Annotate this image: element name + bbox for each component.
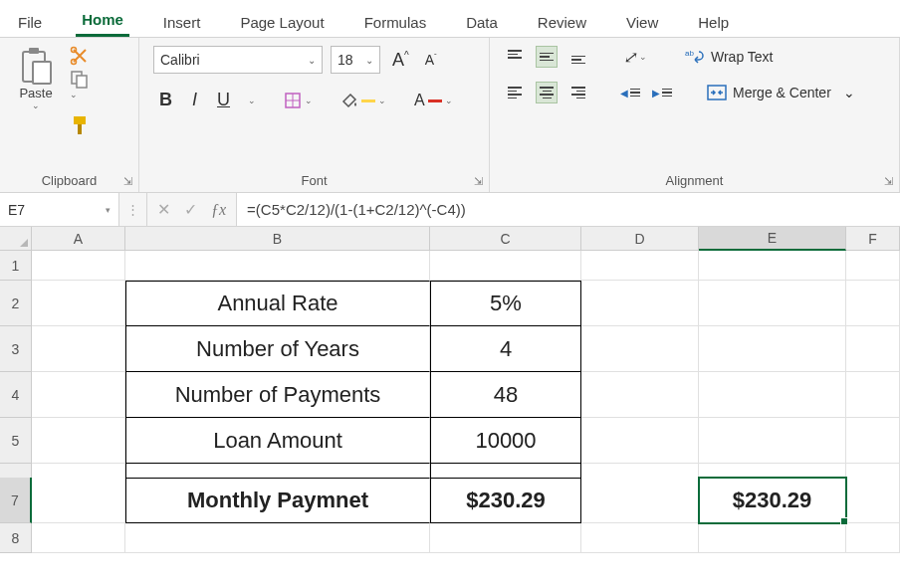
cell-f5[interactable] — [846, 418, 900, 464]
formula-input[interactable]: =(C5*C2/12)/(1-(1+C2/12)^(-C4)) — [237, 201, 900, 218]
cell-b3[interactable]: Number of Years — [125, 326, 430, 372]
row-header-6[interactable] — [0, 464, 32, 478]
font-size-combo[interactable]: 18 ⌄ — [331, 46, 380, 74]
insert-function-button[interactable]: ƒx — [211, 201, 226, 219]
decrease-indent-button[interactable]: ◀ — [619, 82, 641, 103]
name-box[interactable]: E7 ▾ — [0, 193, 119, 226]
cell-c4[interactable]: 48 — [430, 372, 581, 418]
accept-formula-button[interactable]: ✓ — [184, 200, 197, 219]
copy-button[interactable]: ⌄ — [70, 70, 102, 110]
cell-d7[interactable] — [581, 478, 699, 523]
menu-tab-home[interactable]: Home — [76, 11, 129, 37]
col-header-c[interactable]: C — [430, 227, 581, 251]
cell-f3[interactable] — [846, 326, 900, 372]
cell-b6[interactable] — [125, 464, 430, 478]
cell-c3[interactable]: 4 — [430, 326, 581, 372]
menu-tab-review[interactable]: Review — [532, 14, 592, 37]
cell-a3[interactable] — [32, 326, 125, 372]
underline-more-button[interactable]: ⌄ — [244, 96, 260, 105]
cell-d8[interactable] — [581, 523, 699, 553]
cell-a8[interactable] — [32, 523, 125, 553]
row-header-1[interactable]: 1 — [0, 251, 32, 281]
align-right-button[interactable] — [567, 82, 589, 103]
cell-a6[interactable] — [32, 464, 125, 478]
cell-b7[interactable]: Monthly Paymnet — [125, 478, 430, 523]
row-header-5[interactable]: 5 — [0, 418, 32, 464]
align-center-button[interactable] — [536, 82, 558, 103]
cell-e7[interactable]: $230.29 — [699, 478, 846, 523]
row-header-7[interactable]: 7 — [0, 478, 32, 523]
formula-bar-options[interactable]: ⋮ — [119, 193, 147, 226]
align-middle-button[interactable] — [536, 46, 558, 68]
menu-tab-pagelayout[interactable]: Page Layout — [234, 14, 330, 37]
cell-a1[interactable] — [32, 251, 125, 281]
font-color-button[interactable]: A ⌄ — [410, 92, 457, 109]
cell-c1[interactable] — [430, 251, 581, 281]
cell-a2[interactable] — [32, 281, 125, 326]
cell-a5[interactable] — [32, 418, 125, 464]
row-header-4[interactable]: 4 — [0, 372, 32, 418]
menu-tab-file[interactable]: File — [12, 14, 48, 37]
cell-f7[interactable] — [846, 478, 900, 523]
clipboard-launcher[interactable]: ⇲ — [123, 175, 132, 188]
cell-b2[interactable]: Annual Rate — [125, 281, 430, 326]
cell-b5[interactable]: Loan Amount — [125, 418, 430, 464]
underline-button[interactable]: U — [211, 90, 236, 110]
cell-f1[interactable] — [846, 251, 900, 281]
menu-tab-data[interactable]: Data — [460, 14, 504, 37]
col-header-a[interactable]: A — [32, 227, 125, 251]
format-painter-button[interactable] — [70, 114, 102, 136]
cell-d4[interactable] — [581, 372, 699, 418]
cell-e4[interactable] — [699, 372, 846, 418]
align-top-button[interactable] — [504, 46, 526, 68]
col-header-f[interactable]: F — [846, 227, 900, 251]
font-launcher[interactable]: ⇲ — [474, 175, 483, 188]
paste-button[interactable]: Paste ⌄ — [12, 46, 60, 110]
cell-c8[interactable] — [430, 523, 581, 553]
cell-d5[interactable] — [581, 418, 699, 464]
cell-b8[interactable] — [125, 523, 430, 553]
col-header-e[interactable]: E — [699, 227, 846, 251]
cell-d6[interactable] — [581, 464, 699, 478]
italic-button[interactable]: I — [186, 90, 203, 110]
cell-d2[interactable] — [581, 281, 699, 326]
cancel-formula-button[interactable]: ✕ — [157, 200, 170, 219]
align-bottom-button[interactable] — [567, 46, 589, 68]
cell-d1[interactable] — [581, 251, 699, 281]
borders-button[interactable]: ⌄ — [280, 92, 317, 109]
col-header-d[interactable]: D — [581, 227, 699, 251]
font-name-combo[interactable]: Calibri ⌄ — [153, 46, 323, 74]
cell-e5[interactable] — [699, 418, 846, 464]
row-header-8[interactable]: 8 — [0, 523, 32, 553]
cell-c2[interactable]: 5% — [430, 281, 581, 326]
decrease-font-size-button[interactable]: Aˇ — [421, 52, 441, 68]
cell-f2[interactable] — [846, 281, 900, 326]
increase-indent-button[interactable]: ▶ — [651, 82, 673, 103]
row-header-3[interactable]: 3 — [0, 326, 32, 372]
menu-tab-view[interactable]: View — [620, 14, 664, 37]
cell-f6[interactable] — [846, 464, 900, 478]
bold-button[interactable]: B — [153, 90, 178, 110]
alignment-launcher[interactable]: ⇲ — [884, 175, 893, 188]
fill-color-button[interactable]: ⌄ — [337, 92, 390, 109]
cell-d3[interactable] — [581, 326, 699, 372]
align-left-button[interactable] — [504, 82, 526, 103]
increase-font-size-button[interactable]: A^ — [388, 50, 413, 71]
cell-f8[interactable] — [846, 523, 900, 553]
menu-tab-insert[interactable]: Insert — [157, 14, 207, 37]
wrap-text-button[interactable]: ab Wrap Text — [685, 48, 774, 66]
cell-b4[interactable]: Number of Payments — [125, 372, 430, 418]
orientation-button[interactable]: ⤢ ⌄ — [619, 48, 651, 67]
cut-button[interactable] — [70, 46, 102, 66]
cell-e8[interactable] — [699, 523, 846, 553]
cell-e6[interactable] — [699, 464, 846, 478]
select-all-corner[interactable] — [0, 227, 32, 251]
merge-center-button[interactable]: Merge & Center ⌄ — [707, 85, 855, 100]
cell-e2[interactable] — [699, 281, 846, 326]
cell-e3[interactable] — [699, 326, 846, 372]
col-header-b[interactable]: B — [125, 227, 430, 251]
cell-b1[interactable] — [125, 251, 430, 281]
menu-tab-formulas[interactable]: Formulas — [358, 14, 433, 37]
row-header-2[interactable]: 2 — [0, 281, 32, 326]
cell-e1[interactable] — [699, 251, 846, 281]
